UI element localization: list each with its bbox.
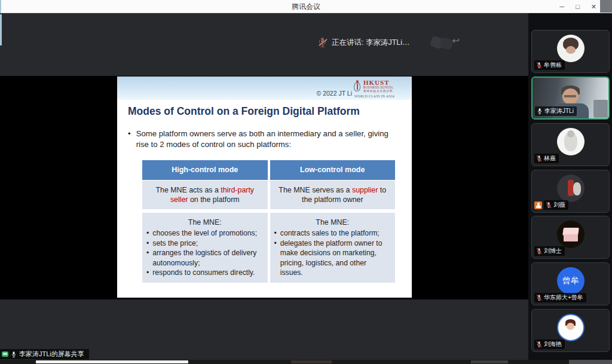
name-chip: 林嘉 (534, 154, 559, 163)
list-item: •contracts sales to the platform; (274, 228, 391, 238)
muted-mic-icon (536, 155, 542, 162)
reaction-blob-icon (439, 36, 454, 50)
cell-rich-text: The MNE acts as a third-party seller on … (147, 185, 263, 204)
minimize-button[interactable]: ─ (559, 0, 564, 13)
reply-arrow-icon: ↩ (452, 35, 460, 46)
name-chip: 刘博士 (534, 246, 565, 256)
table-cell-low-details: The MNE: •contracts sales to the platfor… (270, 213, 396, 283)
table-row: The MNE acts as a third-party seller on … (142, 181, 395, 209)
cell-bullet-list: •contracts sales to the platform; •deleg… (274, 228, 391, 278)
participant-tile[interactable]: 刘博士 (531, 216, 610, 259)
presentation-slide: © 2022 JT Li HKUST BUSINESS SCHOOL 香港科技大… (117, 77, 412, 298)
speaking-banner: 正在讲话: 李家涛JTLi… ↩ (319, 35, 467, 50)
window-controls: ─ □ ✕ (559, 0, 596, 13)
avatar (557, 175, 585, 202)
participant-tile[interactable]: 曾牟 华东师大+曾牟 (531, 262, 610, 305)
list-item: •arranges the logistics of delivery auto… (146, 248, 264, 268)
avatar (557, 35, 585, 62)
participant-name: 华东师大+曾牟 (544, 293, 583, 302)
participant-tile[interactable]: 牟善栋 (531, 30, 610, 73)
participant-tile-active-speaker[interactable]: 李家涛JTLi (531, 77, 610, 120)
hkust-logo: HKUST BUSINESS SCHOOL 香港科技大学商学院 WORLD CL… (353, 79, 408, 99)
avatar-initials: 曾牟 (562, 276, 579, 286)
participant-name: 李家涛JTLi (544, 107, 574, 115)
muted-mic-icon (536, 341, 542, 348)
list-item: •responds to consumers directly. (146, 268, 264, 278)
table-row: The MNE: •chooses the level of promotion… (142, 213, 395, 283)
slide-bullet-text: Some platform owners serve as both an in… (136, 129, 396, 149)
name-chip: 李家涛JTLi (535, 106, 577, 116)
control-modes-table: High-control mode Low-control mode The M… (142, 160, 395, 283)
participant-tile[interactable]: 林嘉 (531, 123, 610, 166)
list-item: •sets the price; (146, 238, 264, 249)
list-item: •delegates the platform owner to make de… (274, 238, 391, 278)
avatar (557, 221, 585, 248)
table-header-row: High-control mode Low-control mode (142, 160, 395, 180)
muted-mic-icon (536, 247, 542, 255)
hkust-logo-sub3: WORLD CLASS IN ASIA (354, 94, 394, 98)
hkust-logo-sub1: BUSINESS SCHOOL (363, 86, 394, 89)
slide-bullet: • Some platform owners serve as both an … (128, 129, 396, 149)
participant-tile[interactable]: 刘薇 (531, 170, 610, 213)
muted-mic-icon (536, 62, 542, 69)
participant-tile[interactable]: 刘海艳 (531, 309, 610, 352)
title-bar: 腾讯会议 ─ □ ✕ (0, 0, 612, 13)
slide-copyright: © 2022 JT Li (317, 90, 353, 97)
participant-name: 刘海艳 (544, 340, 562, 348)
maximize-button[interactable]: □ (576, 0, 580, 13)
share-chip-label: 李家涛JTLi的屏幕共享 (19, 350, 84, 359)
app-window: 腾讯会议 ─ □ ✕ 正在讲话: 李家涛JTLi… ↩ © 2022 JT (0, 0, 612, 364)
muted-mic-icon (546, 201, 552, 209)
taskbar-app[interactable] (471, 360, 508, 363)
speaking-label: 正在讲话: 李家涛JTLi… (332, 38, 410, 48)
name-chip: 刘薇 (544, 200, 568, 210)
avatar (557, 128, 585, 155)
avatar (557, 314, 585, 341)
muted-mic-icon (536, 294, 542, 301)
cell-bullet-list: •chooses the level of promotions; •sets … (146, 228, 264, 278)
taskbar-tray[interactable] (569, 360, 612, 364)
background-window-artifact (600, 0, 612, 13)
close-button[interactable]: ✕ (591, 0, 596, 13)
participant-name: 刘薇 (553, 201, 565, 209)
table-cell-high-details: The MNE: •chooses the level of promotion… (142, 213, 268, 283)
table-header-low-control: Low-control mode (270, 160, 396, 180)
participants-sidebar: 牟善栋 李家涛JTLi 林嘉 (528, 13, 612, 360)
list-item: •chooses the level of promotions; (146, 228, 264, 238)
bullet-marker: • (128, 129, 131, 149)
hkust-logo-sub2: 香港科技大学商学院 (363, 90, 393, 93)
name-chip: 华东师大+曾牟 (534, 293, 586, 302)
cell-heading: The MNE: (146, 218, 264, 227)
taskbar-search[interactable] (36, 360, 188, 363)
hkust-logo-name: HKUST (363, 79, 390, 86)
highlight-text: supplier (352, 186, 378, 194)
table-cell-low-definition: The MNE serves as a supplier to the plat… (270, 181, 396, 209)
window-edge-artifact (0, 14, 2, 45)
reaction-icons: ↩ (431, 35, 467, 50)
table-cell-high-definition: The MNE acts as a third-party seller on … (142, 181, 268, 209)
slide-title: Modes of Control on a Foreign Digital Pl… (128, 105, 403, 118)
taskbar (0, 360, 612, 364)
cell-rich-text: The MNE serves as a supplier to the plat… (275, 185, 391, 204)
shared-screen-stage: 正在讲话: 李家涛JTLi… ↩ © 2022 JT Li HKUST BUSI… (0, 13, 528, 360)
hkust-emblem-icon (353, 80, 362, 92)
participant-name: 牟善栋 (544, 61, 562, 69)
avatar-text: 曾牟 (557, 267, 585, 295)
active-mic-icon (537, 108, 543, 115)
participant-name: 刘博士 (544, 247, 562, 255)
mic-icon (11, 351, 17, 358)
speaking-mic-icon (319, 38, 326, 48)
participant-name: 林嘉 (544, 154, 556, 163)
screen-share-icon (2, 351, 8, 357)
name-chip: 刘海艳 (534, 339, 565, 349)
orange-person-badge-icon (534, 201, 542, 209)
table-header-high-control: High-control mode (142, 160, 268, 180)
taskbar-app[interactable] (291, 360, 332, 363)
screen-share-chip[interactable]: 李家涛JTLi的屏幕共享 (0, 349, 89, 359)
cell-heading: The MNE: (274, 218, 391, 227)
name-chip: 牟善栋 (534, 60, 565, 70)
window-title: 腾讯会议 (0, 2, 612, 12)
